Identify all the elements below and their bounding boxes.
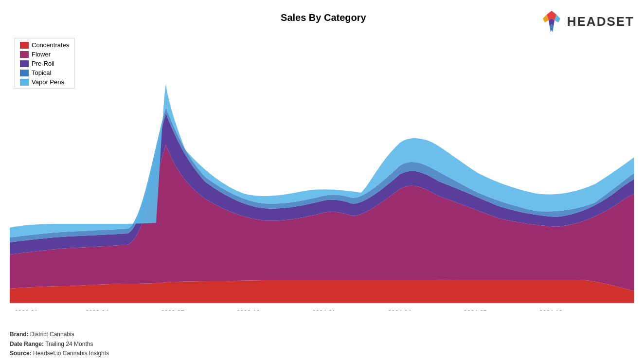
footer-daterange: Date Range: Trailing 24 Months — [10, 340, 109, 349]
chart-container: Sales By Category HEADSET Concentrates F… — [0, 0, 644, 363]
legend-label-preroll: Pre-Roll — [32, 60, 54, 67]
svg-text:2024-01: 2024-01 — [312, 309, 336, 310]
legend-item-concentrates: Concentrates — [20, 41, 69, 49]
footer-brand: Brand: District Cannabis — [10, 330, 109, 339]
legend-label-flower: Flower — [32, 51, 51, 58]
legend-item-flower: Flower — [20, 51, 69, 58]
legend-color-preroll — [20, 60, 29, 67]
legend: Concentrates Flower Pre-Roll Topical Vap… — [15, 38, 74, 89]
svg-text:2024-04: 2024-04 — [388, 309, 411, 310]
footer-brand-label: Brand: — [10, 331, 29, 338]
svg-text:2024-10: 2024-10 — [539, 309, 562, 310]
area-chart-svg: 2023-01 2023-04 2023-07 2023-10 2024-01 … — [10, 38, 634, 310]
footer-source-value: Headset.io Cannabis Insights — [33, 350, 109, 357]
svg-text:2024-07: 2024-07 — [464, 309, 487, 310]
logo-text: HEADSET — [567, 14, 634, 29]
legend-item-topical: Topical — [20, 69, 69, 76]
svg-text:2023-07: 2023-07 — [161, 309, 184, 310]
legend-item-vaporpens: Vapor Pens — [20, 78, 69, 86]
legend-label-concentrates: Concentrates — [32, 41, 69, 49]
footer-date-value: Trailing 24 Months — [45, 341, 93, 347]
footer-source-label: Source: — [10, 350, 32, 357]
footer-source: Source: Headset.io Cannabis Insights — [10, 349, 109, 358]
legend-color-topical — [20, 70, 29, 76]
footer-brand-value: District Cannabis — [30, 331, 74, 338]
logo: HEADSET — [540, 10, 634, 33]
legend-color-flower — [20, 51, 29, 58]
header: Sales By Category HEADSET — [10, 10, 634, 33]
svg-text:2023-01: 2023-01 — [15, 309, 38, 310]
legend-label-topical: Topical — [32, 69, 51, 76]
legend-color-vaporpens — [20, 79, 29, 86]
chart-area: Concentrates Flower Pre-Roll Topical Vap… — [10, 38, 634, 310]
legend-item-preroll: Pre-Roll — [20, 60, 69, 67]
svg-text:2023-04: 2023-04 — [85, 309, 108, 310]
headset-logo-icon — [540, 10, 563, 33]
svg-text:2023-10: 2023-10 — [236, 309, 260, 310]
chart-title: Sales By Category — [107, 10, 540, 23]
footer-date-label: Date Range: — [10, 341, 44, 347]
legend-color-concentrates — [20, 42, 29, 49]
chart-footer: Brand: District Cannabis Date Range: Tra… — [10, 330, 109, 358]
legend-label-vaporpens: Vapor Pens — [32, 78, 64, 86]
